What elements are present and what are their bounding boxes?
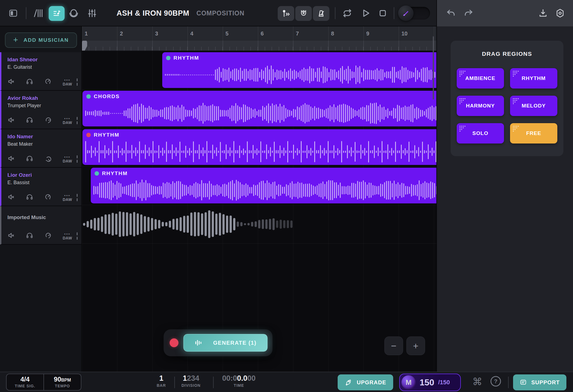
volume-knob-icon[interactable] xyxy=(43,154,53,164)
generate-button[interactable]: GENERATE (1) xyxy=(183,334,268,352)
snap-magnet-button[interactable] xyxy=(295,6,312,21)
musician-card[interactable]: Idan Shneor E. Guitarist •••DAW xyxy=(0,52,81,91)
drag-region-ambience[interactable]: AMBIENCE xyxy=(457,68,504,89)
daw-export-icon[interactable]: •••DAW xyxy=(63,232,72,240)
timeline-area: 12345678910 RHYTHM CHORDS xyxy=(82,26,436,372)
project-title: ASH & IRON 90BPM xyxy=(117,9,189,18)
headphones-icon[interactable] xyxy=(26,116,33,125)
stop-button[interactable] xyxy=(377,0,388,26)
play-button[interactable] xyxy=(360,0,371,26)
musician-name: Lior Ozeri xyxy=(7,172,81,178)
musician-list: Idan Shneor E. Guitarist •••DAW Avior Ro… xyxy=(0,52,81,245)
mute-icon[interactable] xyxy=(7,78,15,86)
paint-mode-toggle[interactable] xyxy=(399,7,430,20)
waveform xyxy=(85,102,436,124)
strings-view-icon[interactable] xyxy=(32,0,43,26)
drag-region-harmony[interactable]: HARMONY xyxy=(457,96,504,116)
mute-icon[interactable] xyxy=(7,232,15,240)
region-status-dot xyxy=(86,133,91,137)
musician-role: Trumpet Player xyxy=(7,103,81,109)
musician-card[interactable]: Ido Namer Beat Maker •••DAW xyxy=(0,129,81,168)
paintbrush-icon xyxy=(398,5,414,21)
musician-name: Ido Namer xyxy=(7,134,81,140)
support-button[interactable]: SUPPORT xyxy=(513,374,566,390)
tempo-control[interactable]: 90BPM TEMPO xyxy=(43,374,81,390)
daw-export-icon[interactable]: •••DAW xyxy=(63,194,72,201)
mixer-view-icon[interactable] xyxy=(87,0,97,26)
drag-region-melody[interactable]: MELODY xyxy=(510,96,557,116)
daw-export-icon[interactable]: •••DAW xyxy=(63,155,72,163)
headphones-icon[interactable] xyxy=(26,155,33,163)
imported-audio-waveform[interactable] xyxy=(83,209,295,239)
drag-handle-icon[interactable] xyxy=(77,232,78,240)
volume-knob-icon[interactable] xyxy=(42,115,54,126)
time-signature-control[interactable]: 4/4 TIME SIG. xyxy=(7,374,43,390)
ruler-ticks[interactable] xyxy=(82,41,436,51)
region-status-dot xyxy=(166,56,170,60)
top-bar: ASH & IRON 90BPM COMPOSITION xyxy=(0,0,436,26)
volume-knob-icon[interactable] xyxy=(44,78,52,86)
follow-playhead-button[interactable] xyxy=(278,6,294,21)
volume-knob-icon[interactable] xyxy=(44,193,52,202)
redo-icon[interactable] xyxy=(463,8,474,19)
track-row: RHYTHM xyxy=(82,128,436,167)
audio-region[interactable]: CHORDS xyxy=(82,91,436,126)
drums-view-icon[interactable] xyxy=(68,0,79,26)
undo-icon[interactable] xyxy=(446,8,457,19)
musician-card[interactable]: Avior Rokah Trumpet Player •••DAW xyxy=(0,91,81,129)
shortcuts-icon[interactable]: ⌘ xyxy=(472,376,482,388)
audio-region[interactable]: RHYTHM xyxy=(162,52,436,88)
composition-view-button[interactable] xyxy=(49,6,65,21)
divider xyxy=(26,7,26,19)
waveform-icon xyxy=(194,339,203,347)
divider xyxy=(335,7,335,19)
region-label: RHYTHM xyxy=(94,132,119,138)
drag-region-solo[interactable]: SOLO xyxy=(457,123,504,143)
view-label: COMPOSITION xyxy=(197,10,245,17)
drag-handle-icon[interactable] xyxy=(77,117,78,124)
divider xyxy=(508,377,509,388)
drag-handle-icon[interactable] xyxy=(77,194,78,201)
track-row xyxy=(82,205,436,244)
time-readout: 00:00.000 TIME xyxy=(222,374,256,388)
mute-icon[interactable] xyxy=(7,116,15,125)
download-icon[interactable] xyxy=(538,8,548,18)
mute-icon[interactable] xyxy=(7,155,15,163)
track-row: RHYTHM xyxy=(82,51,436,90)
loop-button[interactable] xyxy=(341,0,353,26)
record-indicator[interactable] xyxy=(170,338,178,347)
imported-music-card[interactable]: Imported Music •••DAW xyxy=(0,206,81,245)
waveform xyxy=(85,141,436,163)
track-row: CHORDS xyxy=(82,90,436,128)
mute-icon[interactable] xyxy=(7,193,15,202)
drag-handle-icon[interactable] xyxy=(77,78,78,86)
generate-bar: GENERATE (1) xyxy=(164,329,272,356)
ruler-bar-numbers[interactable]: 12345678910 xyxy=(82,26,436,41)
help-icon[interactable]: ? xyxy=(491,376,501,387)
settings-icon[interactable] xyxy=(555,8,565,18)
sidebar-toggle-icon[interactable] xyxy=(8,0,18,26)
audio-region[interactable]: RHYTHM xyxy=(82,129,436,165)
right-panel-header xyxy=(437,0,573,26)
add-musician-button[interactable]: + ADD MUSICIAN xyxy=(5,32,77,48)
headphones-icon[interactable] xyxy=(26,193,33,202)
vertical-scrollbar-thumb[interactable] xyxy=(433,36,434,100)
drag-region-rhythm[interactable]: RHYTHM xyxy=(510,68,557,89)
credits-meter[interactable]: M 150 /150 xyxy=(399,374,461,391)
zoom-in-button[interactable]: + xyxy=(406,336,425,355)
divider xyxy=(394,7,394,19)
drag-region-free[interactable]: FREE xyxy=(510,123,557,143)
daw-export-icon[interactable]: •••DAW xyxy=(63,117,72,125)
metronome-button[interactable] xyxy=(313,6,329,21)
headphones-icon[interactable] xyxy=(26,78,33,86)
upgrade-button[interactable]: UPGRADE xyxy=(338,374,393,390)
daw-export-icon[interactable]: •••DAW xyxy=(63,78,72,86)
musician-card[interactable]: Lior Ozeri E. Bassist •••DAW xyxy=(0,168,81,206)
volume-knob-icon[interactable] xyxy=(43,231,53,242)
zoom-out-button[interactable]: − xyxy=(384,336,403,355)
headphones-icon[interactable] xyxy=(26,232,33,240)
region-status-dot xyxy=(86,94,91,99)
plus-icon: + xyxy=(13,35,19,45)
audio-region[interactable]: RHYTHM xyxy=(91,168,436,203)
drag-handle-icon[interactable] xyxy=(77,155,78,163)
